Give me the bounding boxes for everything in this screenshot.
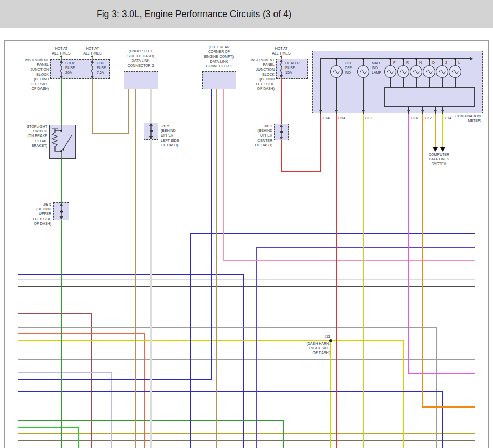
wire-row7-yelblk <box>403 340 404 448</box>
i11-note: (DASH HARN, RIGHT SIDE OF DASH) <box>306 341 330 356</box>
indicator-bulb-8 <box>448 65 462 80</box>
gear-d: D <box>432 60 435 65</box>
pin-label-mpx1 <box>429 88 435 105</box>
heater-fuse-label: HEATER FUSE 15A <box>285 61 300 75</box>
jb-arrow-2 <box>148 123 154 141</box>
title-bar: Fig 3: 3.0L, Engine Performance Circuits… <box>0 0 493 28</box>
junction-dot <box>454 58 456 60</box>
down-arrow <box>335 110 338 112</box>
ipjb-left-label: INSTRUMENT PANEL JUNCTION BLOCK (BEHIND … <box>25 58 49 91</box>
wire-dlc1-pnkblk <box>223 89 224 261</box>
wire-row6-redyel <box>18 333 145 334</box>
hot-label-2: HOT AT ALL TIMES <box>77 46 108 56</box>
indicator-bulb-1 <box>330 65 343 80</box>
wire-dlc3-wht-upper <box>150 89 152 123</box>
gear-l: L <box>458 60 460 65</box>
gear-2: 2 <box>445 60 447 65</box>
pin-label-blk-org <box>86 93 92 116</box>
wire-rowR2-blured <box>256 247 257 448</box>
pin-label-yel-blk <box>436 124 442 146</box>
mil-label: MALF IND LAMP <box>372 61 381 75</box>
pin-label-12 <box>205 91 211 97</box>
pin-label-te1 <box>217 78 223 87</box>
down-arrow <box>441 110 444 112</box>
stop-fuse-symbol <box>57 59 65 79</box>
dlc3-header: (UNDER LEFT SIDE OF DASH) DATA LINK CONN… <box>117 49 165 68</box>
indicator-bulb-4 <box>396 65 410 80</box>
computer-data-lines-label: COMPUTER DATA LINES SYSTEM <box>418 152 460 167</box>
pin-label-grn-org <box>55 230 61 253</box>
ipjb-right-label: INSTRUMENT PANEL JUNCTION BLOCK (BEHIND … <box>251 58 275 91</box>
down-arrow <box>421 110 424 112</box>
wire-jb3-redblu <box>320 113 321 172</box>
pin-label-yel-grn <box>357 124 363 147</box>
junction-dot <box>362 58 364 60</box>
wire-jb3-redblu <box>281 171 321 172</box>
pin-label-brn-wht <box>130 99 135 123</box>
stoplight-switch-symbol <box>48 124 77 161</box>
jb3-label: J/B 3 (BEHIND UPPER CENTER OF DASH) <box>255 124 272 147</box>
pin-label-wht <box>145 99 150 112</box>
pin-label-17 <box>429 115 435 121</box>
pin-label-15 <box>417 115 422 121</box>
wire-row13-ltgrn <box>18 427 79 428</box>
wire-meter-yelred <box>435 113 436 147</box>
down-arrow <box>407 110 410 112</box>
wire-row6-redyel <box>144 333 145 448</box>
conn-c12-pin16: C12 <box>365 116 372 120</box>
conn-c14-pin1: C14 <box>323 116 330 120</box>
pin-label-21 <box>436 115 442 121</box>
pin-label-b4 <box>55 222 61 229</box>
i11-label: I11 <box>325 334 330 339</box>
junction-dot <box>415 58 417 60</box>
pin-label-2 <box>55 118 61 123</box>
pin-label-6 <box>330 115 336 119</box>
pin-label-grn-blk <box>55 95 61 116</box>
pin-label-e10 <box>86 79 92 87</box>
pin-label-k13 <box>275 80 281 89</box>
jb-arrow-1 <box>58 203 64 222</box>
hot-label-3: HOT AT ALL TIMES <box>266 46 297 56</box>
wire-row11-bluyel <box>442 391 443 448</box>
right-arrow <box>470 57 473 61</box>
indicator-bulb-3 <box>384 65 397 80</box>
pin-label-yel-red <box>429 124 435 146</box>
wire-bulb-out-od <box>336 77 337 114</box>
pin-label-7 <box>145 91 150 97</box>
down-arrow <box>362 110 365 112</box>
wire-meter-viowht <box>408 113 409 374</box>
wire-row3-blk <box>18 286 475 287</box>
wire-row8-blkwht <box>18 359 475 360</box>
wire-obd-blkorg <box>92 78 93 134</box>
pin-label-brn-wht <box>211 99 216 123</box>
wire-rowR1-bluyel <box>190 233 475 234</box>
indicator-bulb-2 <box>357 65 370 80</box>
wire-dlc1-brnwht <box>216 89 217 448</box>
data-line-arrow-1 <box>433 147 438 152</box>
pin-label-16 <box>357 115 363 121</box>
wire-switch-grnwht <box>61 158 62 203</box>
junction-dot <box>389 58 391 60</box>
dlc1-header: (LEFT REAR CORNER OF ENGINE COMPT) DATA … <box>194 45 244 69</box>
pin-label-3 <box>211 92 216 97</box>
stop-fuse-label: STOP FUSE 20A <box>65 61 75 75</box>
wire-row12-grnwht <box>283 420 284 448</box>
data-line-arrow-2 <box>440 147 445 152</box>
indicator-bulb-6 <box>422 65 436 80</box>
wire-row7-yelblk-branch <box>330 340 331 448</box>
gear-p: P <box>393 60 396 65</box>
pin-label-blk-org <box>122 99 128 121</box>
pin-label-pnk-blk <box>217 99 223 123</box>
wire-meter-yelgrn <box>363 113 364 448</box>
wire-row13-ltgrn <box>78 427 79 448</box>
pin-label-a1 <box>275 116 281 123</box>
wire-dlc1-pnkblk <box>223 260 475 261</box>
figure-title: Fig 3: 3.0L, Engine Performance Circuits… <box>97 9 291 20</box>
junction-dot <box>402 58 404 60</box>
wire-meter-bus-drop <box>320 58 321 114</box>
wire-row10-bluwht <box>18 379 212 380</box>
stoplight-switch-label: STOPLIGHT SWITCH (ON BRAKE PEDAL BRAKET) <box>26 124 47 148</box>
pin-label-9 <box>217 92 223 97</box>
wire-dlc3-wht-lower <box>150 139 152 448</box>
pin-label-a10 <box>145 141 150 149</box>
